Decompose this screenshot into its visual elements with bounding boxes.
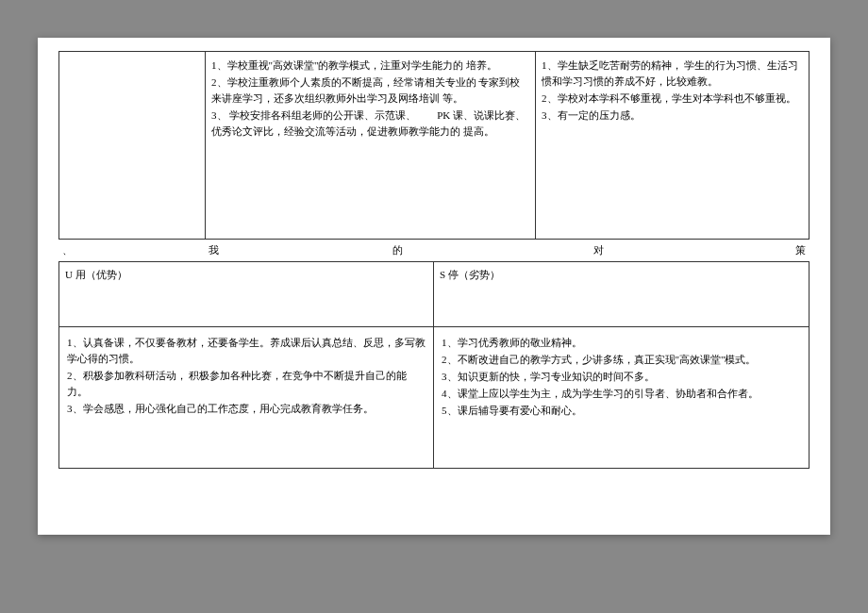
header-right-label: S 停（劣势） [440,269,500,280]
content-right-item: 4、课堂上应以学生为主，成为学生学习的引导者、协助者和合作者。 [442,386,801,402]
header-right-cell: S 停（劣势） [434,262,809,326]
upper-col3-item: 3、有一定的压力感。 [542,108,799,124]
upper-col2-item: 2、学校注重教师个人素质的不断提高，经常请相关专业的 专家到校来讲座学习，还多次… [211,75,529,107]
upper-col1 [59,52,206,239]
document-page: 1、学校重视"高效课堂"的教学模式，注重对学生能力的 培养。 2、学校注重教师个… [38,38,830,535]
title-seg-d: 对 [593,243,604,257]
content-left-item: 3、学会感恩，用心强化自己的工作态度，用心完成教育教学任务。 [67,401,426,417]
upper-col2-item: 1、学校重视"高效课堂"的教学模式，注重对学生能力的 培养。 [211,58,529,74]
content-right-cell: 1、学习优秀教师的敬业精神。 2、不断改进自己的教学方式，少讲多练，真正实现"高… [434,327,809,468]
content-right-item: 5、课后辅导要有爱心和耐心。 [442,403,801,419]
title-seg-a: 、 [58,243,205,257]
upper-col3: 1、学生缺乏吃苦耐劳的精神， 学生的行为习惯、生活习惯和学习习惯的养成不好，比较… [536,52,805,239]
upper-col3-item: 2、学校对本学科不够重视，学生对本学科也不够重视。 [542,91,799,107]
upper-table: 1、学校重视"高效课堂"的教学模式，注重对学生能力的 培养。 2、学校注重教师个… [58,51,810,240]
upper-col2-item: 3、 学校安排各科组老师的公开课、示范课、 PK 课、说课比赛、优秀论文评比，经… [211,108,529,140]
upper-col3-item: 1、学生缺乏吃苦耐劳的精神， 学生的行为习惯、生活习惯和学习习惯的养成不好，比较… [542,58,799,90]
title-seg-e: 策 [795,243,806,257]
header-row: U 用（优势） S 停（劣势） [58,261,810,327]
content-right-item: 2、不断改进自己的教学方式，少讲多练，真正实现"高效课堂"模式。 [442,352,801,368]
header-left-cell: U 用（优势） [59,262,434,326]
content-left-item: 2、积极参加教科研活动， 积极参加各种比赛，在竞争中不断提升自己的能力。 [67,368,426,400]
upper-col2: 1、学校重视"高效课堂"的教学模式，注重对学生能力的 培养。 2、学校注重教师个… [206,52,536,239]
content-right-item: 1、学习优秀教师的敬业精神。 [442,335,801,351]
title-seg-c: 的 [392,243,403,257]
section-title-row: 、 我 的 对 策 [58,240,810,261]
header-left-label: U 用（优势） [65,269,127,280]
content-left-cell: 1、认真备课，不仅要备教材，还要备学生。养成课后认真总结、反思，多写教学心得的习… [59,327,434,468]
content-left-item: 1、认真备课，不仅要备教材，还要备学生。养成课后认真总结、反思，多写教学心得的习… [67,335,426,367]
content-row: 1、认真备课，不仅要备教材，还要备学生。养成课后认真总结、反思，多写教学心得的习… [58,327,810,469]
content-right-item: 3、知识更新的快，学习专业知识的时间不多。 [442,369,801,385]
title-seg-b: 我 [209,243,219,257]
